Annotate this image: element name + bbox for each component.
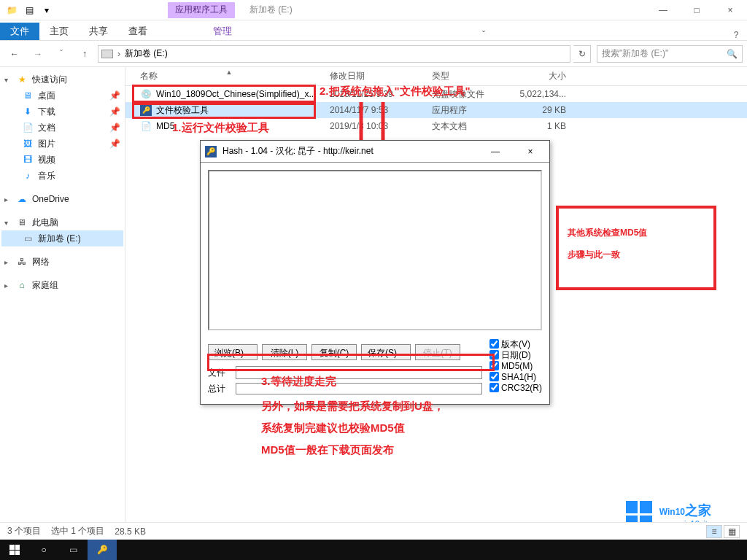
annotation-note3: MD5值一般在下载页面发布 xyxy=(261,443,394,457)
hash-close-button[interactable]: × xyxy=(516,143,545,160)
chevron-icon: › xyxy=(117,49,120,59)
refresh-button[interactable]: ↻ xyxy=(573,45,591,63)
check-crc32[interactable]: CRC32(R) xyxy=(489,382,542,393)
taskbar-hash-app[interactable]: 🔑 xyxy=(88,540,117,560)
ribbon-expand-icon[interactable]: ˇ xyxy=(473,30,495,40)
tab-view[interactable]: 查看 xyxy=(118,23,158,40)
hash-checkboxes: 版本(V) 日期(D) MD5(M) SHA1(H) CRC32(R) xyxy=(489,338,542,393)
sidebox-line2: 步骤与此一致 xyxy=(568,244,705,265)
col-size[interactable]: 大小 xyxy=(506,70,572,82)
sidebar-homegroup[interactable]: ▸⌂家庭组 xyxy=(1,277,123,293)
hash-title-bar[interactable]: 🔑 Hash - 1.04 - 汉化: 昆子 - http://keir.net… xyxy=(201,141,549,163)
context-tool-tab: 应用程序工具 xyxy=(168,2,235,18)
address-bar[interactable]: › 新加卷 (E:) xyxy=(98,45,570,63)
hash-title-text: Hash - 1.04 - 汉化: 昆子 - http://keir.net xyxy=(222,145,475,158)
annotation-note1: 另外，如果是需要把系统复制到U盘， xyxy=(261,400,444,413)
folder-icon: 📁 xyxy=(4,3,19,18)
col-date[interactable]: 修改日期 xyxy=(324,70,426,82)
col-type[interactable]: 类型 xyxy=(426,70,506,82)
taskbar-explorer[interactable]: ▭ xyxy=(58,540,88,560)
properties-icon[interactable]: ▤ xyxy=(22,3,36,18)
title-bar: 📁 ▤ ▾ 应用程序工具 新加卷 (E:) — □ × xyxy=(0,0,747,20)
cortana-button[interactable]: ○ xyxy=(29,540,58,560)
annotation-side-box: 其他系统检查MD5值 步骤与此一致 xyxy=(556,206,716,290)
annotation-step2: 2.把系统包拖入"文件校验工具" xyxy=(320,85,471,98)
drive-icon xyxy=(101,50,113,58)
sidebar-network[interactable]: ▸🖧网络 xyxy=(1,254,123,270)
hash-total-row: 总计 xyxy=(208,381,482,397)
address-path: 新加卷 (E:) xyxy=(125,47,168,60)
search-input[interactable]: 搜索"新加卷 (E:)" 🔍 xyxy=(597,45,743,63)
window-controls: — □ × xyxy=(646,0,747,20)
nav-bar: ← → ˇ ↑ › 新加卷 (E:) ↻ 搜索"新加卷 (E:)" 🔍 xyxy=(0,41,747,67)
recent-button[interactable]: ˇ xyxy=(51,45,71,63)
status-bar: 3 个项目 选中 1 个项目 28.5 KB ≡ ▦ xyxy=(0,522,747,540)
status-size: 28.5 KB xyxy=(115,526,146,537)
hash-app-icon: 🔑 xyxy=(205,146,217,158)
sidebox-line1: 其他系统检查MD5值 xyxy=(568,222,705,244)
icons-view-button[interactable]: ▦ xyxy=(724,525,740,538)
window-title: 新加卷 (E:) xyxy=(249,4,293,16)
col-name[interactable]: ▲名称 xyxy=(134,70,324,82)
annotation-step3: 3.等待进度走完 xyxy=(261,375,336,389)
tab-share[interactable]: 共享 xyxy=(79,23,118,40)
hash-output-textarea[interactable] xyxy=(208,170,542,330)
qat-chevron-icon[interactable]: ▾ xyxy=(39,3,54,18)
annotation-box-file xyxy=(207,354,495,371)
status-item-count: 3 个项目 xyxy=(7,525,41,537)
status-selection: 选中 1 个项目 xyxy=(51,525,104,537)
check-sha1[interactable]: SHA1(H) xyxy=(489,371,542,382)
check-md5[interactable]: MD5(M) xyxy=(489,360,542,371)
sidebar-onedrive[interactable]: ▸☁OneDrive xyxy=(1,191,123,207)
annotation-box-row2 xyxy=(132,103,316,119)
forward-button[interactable]: → xyxy=(28,45,48,63)
details-view-button[interactable]: ≡ xyxy=(706,525,722,538)
column-headers: ▲名称 修改日期 类型 大小 xyxy=(125,67,747,86)
sidebar-item-videos[interactable]: 🎞视频 xyxy=(1,152,123,168)
sidebar-item-desktop[interactable]: 🖥桌面📌 xyxy=(1,88,123,104)
sidebar-item-documents[interactable]: 📄文档📌 xyxy=(1,120,123,136)
up-button[interactable]: ↑ xyxy=(74,45,95,63)
quick-access[interactable]: ▾★快速访问 xyxy=(1,71,123,88)
sidebar-this-pc[interactable]: ▾🖥此电脑 xyxy=(1,214,123,230)
sidebar-drive-e[interactable]: ▭新加卷 (E:) xyxy=(1,230,123,246)
sidebar-item-downloads[interactable]: ⬇下载📌 xyxy=(1,104,123,120)
tab-manage[interactable]: 管理 xyxy=(203,23,242,40)
minimize-button[interactable]: — xyxy=(646,0,680,20)
tab-home[interactable]: 主页 xyxy=(39,23,79,40)
close-button[interactable]: × xyxy=(713,0,747,20)
ribbon-help-icon[interactable]: ? xyxy=(725,30,747,40)
check-date[interactable]: 日期(D) xyxy=(489,349,542,360)
taskbar: ○ ▭ 🔑 xyxy=(0,540,747,560)
sidebar-item-pictures[interactable]: 🖼图片📌 xyxy=(1,136,123,152)
navigation-pane: ▾★快速访问 🖥桌面📌 ⬇下载📌 📄文档📌 🖼图片📌 🎞视频 ♪音乐 ▸☁One… xyxy=(0,67,125,534)
annotation-box-row1 xyxy=(132,85,316,103)
annotation-note2: 系统复制完建议也校验MD5值 xyxy=(261,421,405,435)
back-button[interactable]: ← xyxy=(4,45,25,63)
check-version[interactable]: 版本(V) xyxy=(489,338,542,349)
search-placeholder: 搜索"新加卷 (E:)" xyxy=(602,47,668,60)
total-label: 总计 xyxy=(208,383,231,395)
quick-access-toolbar: 📁 ▤ ▾ xyxy=(0,3,58,18)
txt-icon: 📄 xyxy=(140,120,152,132)
start-button[interactable] xyxy=(0,540,29,560)
hash-minimize-button[interactable]: — xyxy=(481,143,510,160)
file-tab[interactable]: 文件 xyxy=(0,23,39,40)
maximize-button[interactable]: □ xyxy=(680,0,713,20)
annotation-step1: 1.运行文件校验工具 xyxy=(172,121,269,135)
sidebar-item-music[interactable]: ♪音乐 xyxy=(1,168,123,184)
search-icon: 🔍 xyxy=(727,49,738,59)
ribbon-tabs: 文件 主页 共享 查看 管理 ˇ ? xyxy=(0,20,747,41)
